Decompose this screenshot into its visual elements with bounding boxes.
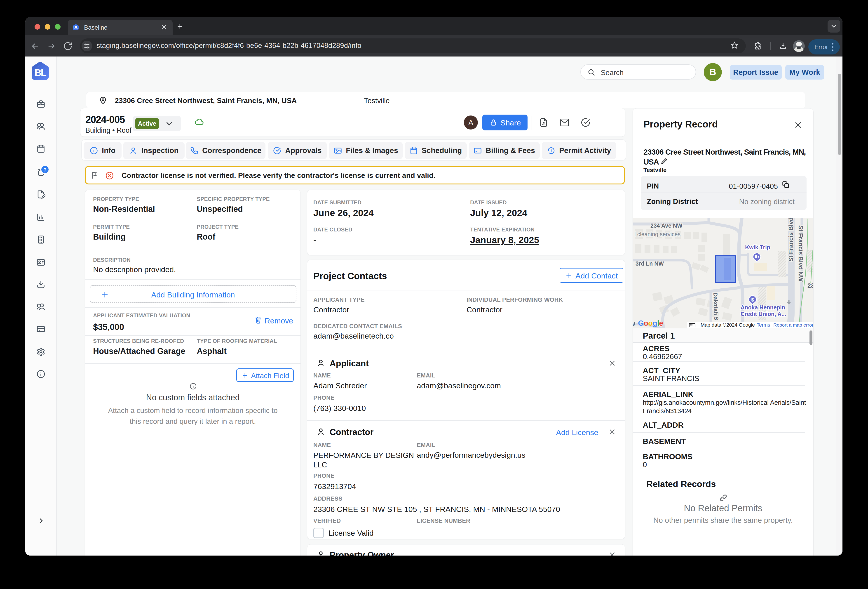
svg-text:Kwik Trip: Kwik Trip [745, 244, 770, 250]
svg-text:BL: BL [35, 67, 46, 78]
svg-text:Dakotah S: Dakotah S [712, 293, 720, 320]
svg-text:BL: BL [74, 25, 78, 29]
svg-text:Credit Union, A...: Credit Union, A... [741, 311, 786, 317]
svg-text:St Francis Blvd NW: St Francis Blvd NW [797, 225, 804, 282]
svg-text:234 Ave NW: 234 Ave NW [650, 222, 682, 229]
svg-text:l cleaning services: l cleaning services [635, 231, 681, 237]
svg-text:o: o [648, 319, 653, 327]
svg-text:St Francis Blvd: St Francis Blvd [788, 218, 794, 262]
svg-text:e: e [659, 319, 663, 327]
svg-text:Terms: Terms [757, 322, 770, 328]
svg-text:Anoka Hennepin: Anoka Hennepin [741, 304, 785, 311]
svg-text:NW: NW [633, 321, 635, 327]
svg-text:233Бг: 233Бг [807, 282, 813, 289]
svg-text:3rd Ln NW: 3rd Ln NW [636, 260, 664, 267]
svg-text:$: $ [751, 297, 754, 303]
svg-text:o: o [644, 319, 648, 327]
svg-text:Map data ©2024 Google: Map data ©2024 Google [701, 322, 755, 328]
svg-text:G: G [638, 319, 644, 327]
svg-text:Report a map error: Report a map error [774, 322, 813, 327]
svg-text:g: g [653, 319, 657, 327]
